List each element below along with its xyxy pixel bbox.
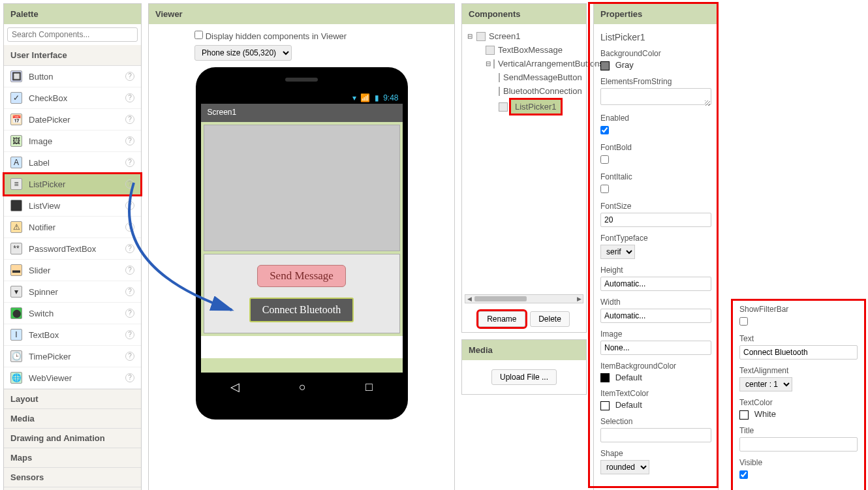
palette-category-drawing-and-animation[interactable]: Drawing and Animation [4,428,141,448]
prop-selection-input[interactable] [600,428,711,442]
palette-category-sensors[interactable]: Sensors [4,467,141,487]
prop-bgcolor-value[interactable]: Gray [615,60,634,70]
palette-item-slider[interactable]: ▬Slider? [4,260,141,281]
hidden-components-checkbox[interactable]: Display hidden components in Viewer [194,31,347,41]
button-icon: 🔲 [10,70,22,82]
palette-item-spinner[interactable]: ▾Spinner? [4,281,141,303]
send-message-button[interactable]: Send Message [257,265,346,287]
help-icon[interactable]: ? [125,222,134,232]
upload-file-button[interactable]: Upload File ... [491,369,557,385]
help-icon[interactable]: ? [125,330,134,339]
prop-image-input[interactable] [600,341,711,355]
palette-item-textbox[interactable]: ITextBox? [4,324,141,346]
prop-fontitalic-checkbox[interactable] [600,185,609,193]
palette-item-image[interactable]: 🖼Image? [4,130,141,152]
prop-visible-checkbox[interactable] [739,470,748,479]
media-panel: Media Upload File ... [461,339,587,395]
help-icon[interactable]: ? [125,373,134,382]
prop-fonttypeface-select[interactable]: serif [600,245,635,259]
datepicker-icon: 📅 [10,114,22,125]
clock-text: 9:48 [383,93,398,102]
itemtextcolor-swatch[interactable] [600,401,610,410]
tree-bluetooth-connection[interactable]: BluetoothConnection [503,86,582,96]
prop-enabled-checkbox[interactable] [600,126,609,134]
palette-item-checkbox[interactable]: ✓CheckBox? [4,87,141,109]
prop-fontbold-checkbox[interactable] [600,155,609,164]
prop-itembgcolor-value[interactable]: Default [615,373,642,382]
prop-title-input[interactable] [739,437,858,452]
palette-item-passwordtextbox[interactable]: **PasswordTextBox? [4,238,141,260]
help-icon[interactable]: ? [125,287,134,296]
prop-label-text: Text [739,334,858,343]
itembgcolor-swatch[interactable] [600,373,610,382]
status-bar: ▾ 📶 ▮ 9:48 [201,92,403,104]
palette-item-listview[interactable]: ≣ListView? [4,195,141,217]
textbox-icon: I [10,329,22,341]
prop-fontsize-input[interactable] [600,213,711,227]
palette-category-layout[interactable]: Layout [4,389,141,408]
palette-item-switch[interactable]: ⬤Switch? [4,303,141,324]
tree-vertical-arrangement[interactable]: VerticalArrangementButtons [498,59,604,69]
help-icon[interactable]: ? [125,115,134,124]
expand-icon[interactable]: ⊟ [467,33,474,40]
back-icon[interactable]: ◁ [230,380,240,394]
delete-button[interactable]: Delete [530,311,570,327]
help-icon[interactable]: ? [125,266,134,275]
help-icon[interactable]: ? [125,244,134,253]
help-icon[interactable]: ? [125,93,134,102]
recent-icon[interactable]: □ [365,380,373,394]
prop-showfilterbar-checkbox[interactable] [739,317,748,326]
prop-itemtextcolor-value[interactable]: Default [615,400,642,410]
selected-component-label: ListPicker1 [600,29,711,49]
palette-item-label[interactable]: ALabel? [4,152,141,174]
checkbox-icon: ✓ [10,92,22,104]
tree-send-button[interactable]: SendMessageButton [503,72,582,82]
rename-button[interactable]: Rename [478,311,525,327]
wifi-icon: ▾ [352,93,356,102]
prop-label-fontitalic: FontItalic [600,172,711,181]
phone-size-select[interactable]: Phone size (505,320) [194,45,292,61]
listpicker-icon: ≡ [10,178,22,190]
prop-efs-input[interactable] [600,88,711,105]
help-icon[interactable]: ? [125,352,134,361]
tree-listpicker1[interactable]: ListPicker1 [511,100,561,114]
prop-textcolor-value[interactable]: White [754,409,776,419]
textbox-message-preview[interactable] [204,125,400,251]
palette-category-media[interactable]: Media [4,408,141,428]
prop-label-visible: Visible [739,458,858,467]
prop-label-fontsize: FontSize [600,202,711,211]
prop-width-input[interactable] [600,309,711,323]
prop-textalignment-select[interactable]: center : 1 [739,377,792,391]
help-icon[interactable]: ? [125,179,134,189]
palette-item-button[interactable]: 🔲Button? [4,66,141,87]
prop-text-input[interactable] [739,345,858,360]
palette-item-timepicker[interactable]: 🕒TimePicker? [4,346,141,367]
bgcolor-swatch[interactable] [600,61,610,70]
help-icon[interactable]: ? [125,309,134,318]
horizontal-scrollbar[interactable]: ◀▶ [465,294,583,303]
tree-textbox[interactable]: TextBoxMessage [498,45,563,55]
palette-item-datepicker[interactable]: 📅DatePicker? [4,109,141,130]
expand-icon[interactable]: ⊟ [486,60,491,67]
vertical-arrangement-preview[interactable]: Send Message Connect Bluetooth [204,254,400,333]
prop-height-input[interactable] [600,277,711,291]
search-input[interactable] [7,27,138,42]
prop-shape-select[interactable]: rounded [600,460,649,474]
textcolor-swatch[interactable] [739,410,749,420]
palette-category-maps[interactable]: Maps [4,448,141,467]
prop-label-height: Height [600,266,711,275]
palette-item-listpicker[interactable]: ≡ListPicker? [4,174,141,195]
palette-item-notifier[interactable]: ⚠Notifier? [4,217,141,238]
help-icon[interactable]: ? [125,136,134,145]
help-icon[interactable]: ? [125,201,134,210]
palette-item-webviewer[interactable]: 🌐WebViewer? [4,367,141,389]
connect-bluetooth-button[interactable]: Connect Bluetooth [249,298,354,322]
palette-section-ui[interactable]: User Interface [4,45,141,66]
tree-screen1[interactable]: Screen1 [489,31,520,41]
palette-category-social[interactable]: Social [4,487,141,490]
help-icon[interactable]: ? [125,158,134,167]
home-icon[interactable]: ○ [299,380,306,394]
prop-label-showfilterbar: ShowFilterBar [739,305,858,314]
prop-label-itemtextcolor: ItemTextColor [600,389,711,398]
help-icon[interactable]: ? [125,72,134,81]
